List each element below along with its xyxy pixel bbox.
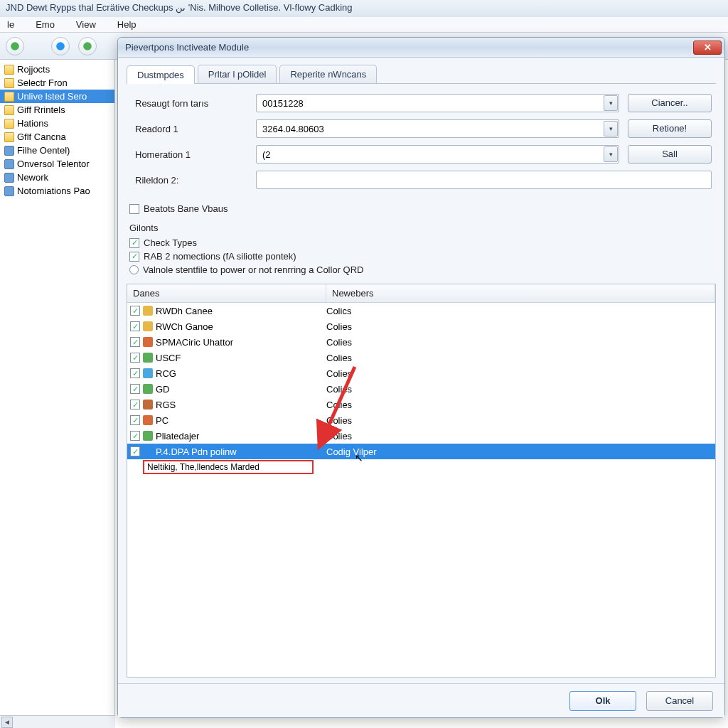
object-icon — [4, 173, 14, 183]
row-checkbox-icon[interactable]: ✓ — [130, 368, 140, 378]
tree-item-5[interactable]: Gflf Cancna — [0, 130, 114, 144]
table-row[interactable]: ✓GDColies — [127, 381, 715, 397]
tree-item-label: Selectr Fron — [17, 77, 68, 88]
tree-item-label: Gflf Cancna — [17, 132, 66, 142]
row-member: Colies — [326, 431, 715, 441]
svg-point-2 — [83, 42, 92, 50]
option-2[interactable]: Valnole stentfile to power or not renrri… — [129, 264, 716, 275]
option-label: Check Types — [144, 237, 197, 248]
row-type-icon — [143, 306, 153, 316]
option-1[interactable]: ✓RAB 2 nomections (fA siliotte pontek) — [129, 251, 716, 262]
chevron-down-icon[interactable]: ▾ — [604, 146, 618, 162]
tree-item-9[interactable]: Notomiations Pao — [0, 184, 114, 198]
combo-input[interactable] — [256, 145, 619, 164]
combo-input[interactable] — [256, 94, 619, 112]
side-button-2[interactable]: Sall — [628, 145, 712, 164]
row-checkbox-icon[interactable]: ✓ — [130, 353, 140, 363]
toolbar-btn-3[interactable] — [78, 37, 97, 55]
grid-header-danes[interactable]: Danes — [127, 284, 326, 302]
row-name: P.4.DPA Pdn polinw — [156, 446, 237, 457]
row-name: SPMACiric Uhattor — [156, 337, 233, 348]
table-row[interactable]: ✓PCColies — [127, 412, 715, 428]
folder-icon — [4, 65, 14, 75]
tree-item-0[interactable]: Rojjocts — [0, 63, 114, 76]
row-member: Colies — [326, 400, 715, 410]
row-type-icon — [143, 353, 153, 363]
tree-item-4[interactable]: Hations — [0, 117, 114, 130]
row-member: Colies — [326, 353, 715, 363]
tree-item-8[interactable]: Nework — [0, 171, 114, 184]
row-member: Colies — [326, 368, 715, 379]
tab-prltar[interactable]: Prltar l pOlidel — [198, 65, 277, 83]
row-checkbox-icon[interactable]: ✓ — [130, 306, 140, 316]
checkbox-icon: ✓ — [129, 252, 139, 262]
form-label: Resaugt forn tarıs — [135, 98, 256, 109]
option-0[interactable]: ✓Check Types — [129, 237, 716, 248]
scroll-left-icon[interactable]: ◄ — [1, 717, 13, 728]
row-type-icon — [143, 415, 153, 425]
option-label: Valnole stentfile to power or not renrri… — [143, 264, 363, 275]
table-row[interactable]: ✓RGSColies — [127, 397, 715, 412]
checkbox-icon — [129, 204, 139, 214]
cancel-button[interactable]: Cancel — [646, 691, 713, 711]
object-icon — [4, 146, 14, 156]
row-checkbox-icon[interactable]: ✓ — [130, 400, 140, 410]
window-title: JND Dewt Rypps thal Ecrätive Checkups ىن… — [0, 0, 728, 17]
menu-emo[interactable]: Emo — [31, 18, 59, 31]
row-member: Colics — [326, 306, 715, 316]
row-checkbox-icon[interactable]: ✓ — [130, 321, 140, 331]
tree-scrollbar[interactable]: ◄ — [0, 715, 115, 728]
tab-dustmpdes[interactable]: Dustmpdes — [127, 65, 195, 84]
option-label: RAB 2 nomections (fA siliotte pontek) — [144, 251, 296, 262]
tree-item-1[interactable]: Selectr Fron — [0, 76, 114, 90]
checkbox-beatots[interactable]: Beatots Bane Vbaus — [129, 203, 716, 214]
folder-icon — [4, 119, 14, 129]
tree-item-2[interactable]: Unlive lsted Sero — [0, 90, 114, 103]
table-row[interactable]: ✓SPMACiric UhattorColies — [127, 334, 715, 350]
row-member: Codig Vilper — [326, 446, 715, 457]
tree-item-7[interactable]: Onversol Telentor — [0, 157, 114, 171]
row-name: RWDh Canee — [156, 306, 213, 316]
toolbar-btn-1[interactable] — [6, 37, 24, 55]
toolbar-btn-2[interactable] — [51, 37, 70, 55]
folder-icon — [4, 105, 14, 115]
row-name: RCG — [156, 368, 176, 379]
menu-help[interactable]: Help — [113, 18, 141, 31]
row-type-icon — [143, 400, 153, 410]
combo-input[interactable] — [256, 119, 619, 138]
grid: Danes Newebers ↖ ✓RWDh CaneeColics✓RWCh … — [127, 284, 716, 678]
row-checkbox-icon[interactable]: ✓ — [130, 384, 140, 394]
close-button[interactable]: ✕ — [693, 41, 722, 55]
tree-item-6[interactable]: Filhe Oentel) — [0, 144, 114, 157]
table-row[interactable]: ✓P.4.DPA Pdn polinwCodig Vilper — [127, 444, 715, 459]
grid-header-newebers[interactable]: Newebers — [326, 284, 715, 302]
tree-item-label: Filhe Oentel) — [17, 145, 70, 156]
grid-header: Danes Newebers — [127, 284, 715, 303]
side-button-1[interactable]: Retione! — [628, 119, 712, 138]
dialog-titlebar: Pievertpons Inctiveate Module ✕ — [118, 38, 724, 58]
table-row[interactable]: ✓RCGColies — [127, 365, 715, 381]
side-button-0[interactable]: Ciancer.. — [628, 94, 712, 112]
row-checkbox-icon[interactable]: ✓ — [130, 431, 140, 441]
row-type-icon — [143, 321, 153, 331]
ok-button[interactable]: Olk — [569, 691, 636, 711]
chevron-down-icon[interactable]: ▾ — [604, 95, 618, 111]
form-row-2: Homeration 1▾Sall — [135, 145, 712, 164]
row-type-icon — [143, 431, 153, 441]
table-row[interactable]: ✓RWDh CaneeColics — [127, 303, 715, 318]
cursor-icon: ↖ — [355, 452, 363, 464]
menu-file[interactable]: le — [3, 18, 18, 31]
table-row[interactable]: ✓PliatedajerColies — [127, 428, 715, 444]
row-checkbox-icon[interactable]: ✓ — [130, 337, 140, 347]
text-input[interactable] — [256, 171, 712, 189]
table-row[interactable]: ✓RWCh GanoeColies — [127, 318, 715, 334]
menu-view[interactable]: View — [72, 18, 100, 31]
tree-item-3[interactable]: Giff Rrintels — [0, 103, 114, 117]
row-member: Colies — [326, 384, 715, 395]
tab-reperite[interactable]: Reperite nWncans — [279, 65, 377, 83]
row-checkbox-icon[interactable]: ✓ — [130, 446, 140, 456]
row-name: USCF — [156, 353, 181, 363]
table-row[interactable]: ✓USCFColies — [127, 350, 715, 365]
row-checkbox-icon[interactable]: ✓ — [130, 415, 140, 425]
chevron-down-icon[interactable]: ▾ — [604, 121, 618, 136]
